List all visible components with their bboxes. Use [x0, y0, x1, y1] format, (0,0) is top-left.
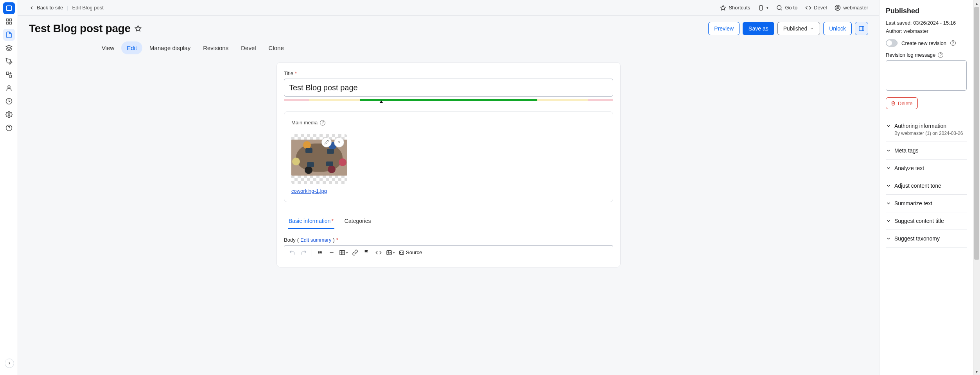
required-marker: *	[331, 218, 333, 224]
unlock-button[interactable]: Unlock	[823, 22, 852, 35]
scroll-down-icon[interactable]: ▼	[973, 368, 980, 375]
tab-manage-display[interactable]: Manage display	[144, 41, 196, 54]
author-value: webmaster	[904, 28, 929, 34]
last-saved-value: 03/26/2024 - 15:16	[913, 20, 956, 26]
tab-view[interactable]: View	[96, 41, 120, 54]
svg-point-18	[837, 6, 838, 8]
remove-media-button[interactable]	[334, 137, 344, 147]
source-button[interactable]: Source	[397, 249, 424, 255]
code-icon	[375, 249, 382, 256]
goto-label: Go to	[785, 5, 797, 11]
source-icon	[399, 250, 404, 255]
logo-icon[interactable]	[3, 2, 15, 14]
delete-button[interactable]: Delete	[886, 97, 918, 109]
preview-button[interactable]: Preview	[708, 22, 739, 35]
title-field-label: Title	[284, 70, 293, 76]
help-icon[interactable]: ?	[950, 40, 956, 46]
required-marker: *	[336, 237, 338, 243]
undo-button[interactable]	[287, 247, 298, 258]
toggle-sidebar-button[interactable]	[855, 22, 868, 35]
blocks-icon[interactable]	[3, 69, 15, 81]
accordion-authoring-information[interactable]: Authoring informationBy webmaster (1) on…	[886, 117, 967, 142]
tab-revisions[interactable]: Revisions	[197, 41, 234, 54]
topbar: Back to site | Edit Blog post Shortcuts …	[18, 0, 879, 16]
svg-rect-4	[9, 22, 11, 24]
main-media-label: Main media	[291, 120, 318, 126]
chevron-down-icon	[886, 201, 891, 206]
author-label: Author:	[886, 28, 902, 34]
brush-icon[interactable]	[3, 56, 15, 67]
media-filename-link[interactable]: coworking-1.jpg	[291, 188, 347, 194]
shortcuts-link[interactable]: Shortcuts	[720, 5, 750, 11]
accordion-suggest-taxonomy[interactable]: Suggest taxonomy	[886, 230, 967, 248]
tab-clone[interactable]: Clone	[263, 41, 289, 54]
subtab-basic-label: Basic information	[289, 218, 330, 224]
accordion-title: Summarize text	[894, 200, 932, 206]
accordion-suggest-content-title[interactable]: Suggest content title	[886, 212, 967, 230]
main-media-fieldset: Main media ?	[284, 111, 613, 202]
gear-icon[interactable]	[3, 109, 15, 120]
accordion-analyze-text[interactable]: Analyze text	[886, 160, 967, 177]
chevron-down-icon	[886, 236, 891, 241]
help-icon[interactable]: ?	[938, 52, 943, 58]
tab-devel[interactable]: Devel	[235, 41, 261, 54]
save-as-button[interactable]: Save as	[743, 22, 774, 35]
device-preview-dropdown[interactable]: ▾	[758, 5, 768, 11]
subtab-categories[interactable]: Categories	[344, 214, 372, 229]
back-to-site-link[interactable]: Back to site	[29, 5, 63, 11]
goto-link[interactable]: Go to	[776, 5, 797, 11]
accordion-title: Analyze text	[894, 165, 924, 171]
grid-icon[interactable]	[3, 16, 15, 27]
tab-edit[interactable]: Edit	[121, 41, 142, 54]
accordion-meta-tags[interactable]: Meta tags	[886, 142, 967, 160]
help-icon[interactable]	[3, 122, 15, 134]
svg-point-8	[8, 86, 10, 88]
flag-icon	[364, 249, 370, 256]
quote-icon	[317, 249, 323, 256]
link-button[interactable]	[350, 247, 361, 258]
image-dropdown[interactable]	[385, 247, 396, 258]
language-button[interactable]	[361, 247, 372, 258]
create-revision-toggle[interactable]	[886, 39, 897, 47]
help-icon[interactable]: ?	[320, 120, 325, 126]
code-button[interactable]	[373, 247, 384, 258]
sidebar-icon	[858, 25, 865, 32]
horizontal-rule-button[interactable]	[326, 247, 337, 258]
scroll-up-icon[interactable]: ▲	[973, 0, 980, 7]
blockquote-button[interactable]	[314, 247, 325, 258]
user-menu[interactable]: webmaster	[835, 5, 868, 11]
svg-rect-1	[6, 19, 8, 21]
breadcrumb-current: Edit Blog post	[72, 5, 104, 11]
svg-rect-0	[7, 6, 11, 11]
accordion-summarize-text[interactable]: Summarize text	[886, 195, 967, 212]
sidebar-status-heading: Published	[886, 7, 967, 15]
layers-icon[interactable]	[3, 42, 15, 54]
page-title: Test Blog post page	[29, 22, 131, 35]
chevron-down-icon	[886, 183, 891, 188]
clock-icon[interactable]	[3, 95, 15, 107]
status-label: Published	[783, 25, 808, 32]
edit-media-button[interactable]	[321, 137, 332, 147]
subtab-basic-information[interactable]: Basic information *	[288, 214, 334, 229]
edit-summary-link[interactable]: Edit summary	[300, 237, 331, 243]
redo-icon	[301, 249, 307, 256]
back-label: Back to site	[37, 5, 63, 11]
table-icon	[339, 249, 345, 256]
table-dropdown[interactable]	[338, 247, 349, 258]
redo-button[interactable]	[298, 247, 309, 258]
devel-link[interactable]: Devel	[805, 5, 827, 11]
user-icon[interactable]	[3, 82, 15, 94]
document-icon[interactable]	[3, 29, 15, 41]
close-icon	[337, 140, 341, 145]
favorite-star-icon[interactable]	[135, 25, 142, 32]
expand-rail-button[interactable]	[5, 359, 14, 368]
status-dropdown[interactable]: Published	[777, 22, 820, 35]
title-input[interactable]	[284, 79, 613, 97]
undo-icon	[289, 249, 295, 256]
edit-form-card: Title * Main media ?	[276, 62, 621, 267]
delete-label: Delete	[898, 100, 913, 106]
accordion-title: Suggest taxonomy	[894, 235, 940, 242]
accordion-adjust-content-tone[interactable]: Adjust content tone	[886, 177, 967, 195]
revision-log-textarea[interactable]	[886, 60, 967, 91]
os-scrollbar[interactable]: ▲ ▼	[973, 0, 980, 375]
